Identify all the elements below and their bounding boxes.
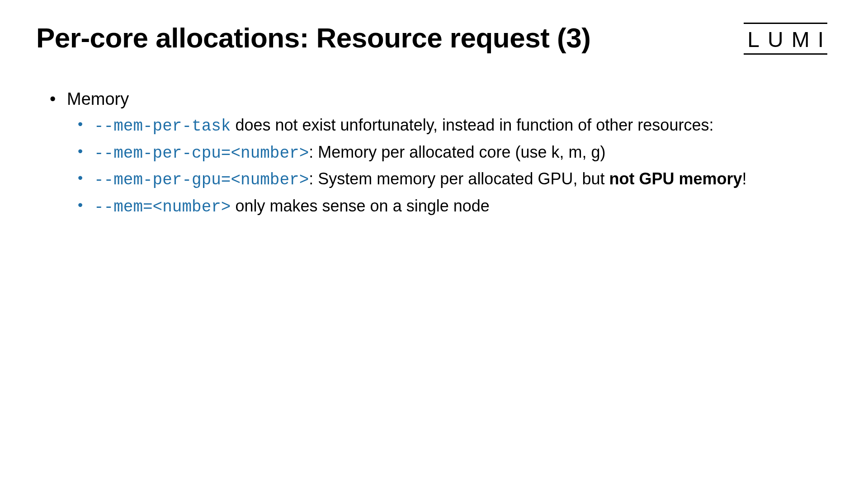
text-mem: only makes sense on a single node — [231, 197, 489, 215]
text-bold-not-gpu: not GPU memory — [609, 169, 742, 188]
text-mem-per-gpu-before: : System memory per allocated GPU, but — [309, 169, 609, 188]
slide-title: Per-core allocations: Resource request (… — [36, 23, 590, 53]
bullet-mem-per-cpu: --mem-per-cpu=<number>: Memory per alloc… — [78, 141, 832, 165]
code-mem: --mem=<number> — [94, 198, 231, 216]
text-mem-per-cpu: : Memory per allocated core (use k, m, g… — [309, 143, 605, 161]
code-mem-per-cpu: --mem-per-cpu=<number> — [94, 144, 309, 163]
bullet-memory: Memory — [50, 89, 832, 109]
lumi-logo: LUMI — [747, 23, 832, 52]
bullet-mem-per-gpu: --mem-per-gpu=<number>: System memory pe… — [78, 168, 832, 192]
code-mem-per-task: --mem-per-task — [94, 117, 231, 136]
slide-content: Memory --mem-per-task does not exist unf… — [36, 89, 832, 218]
bullet-mem-per-task: --mem-per-task does not exist unfortunat… — [78, 114, 832, 138]
slide: Per-core allocations: Resource request (… — [0, 0, 868, 488]
header-row: Per-core allocations: Resource request (… — [36, 23, 832, 53]
text-mem-per-task: does not exist unfortunately, instead in… — [231, 116, 713, 134]
bullet-mem: --mem=<number> only makes sense on a sin… — [78, 195, 832, 219]
code-mem-per-gpu: --mem-per-gpu=<number> — [94, 171, 309, 189]
text-mem-per-gpu-end: ! — [742, 169, 747, 188]
